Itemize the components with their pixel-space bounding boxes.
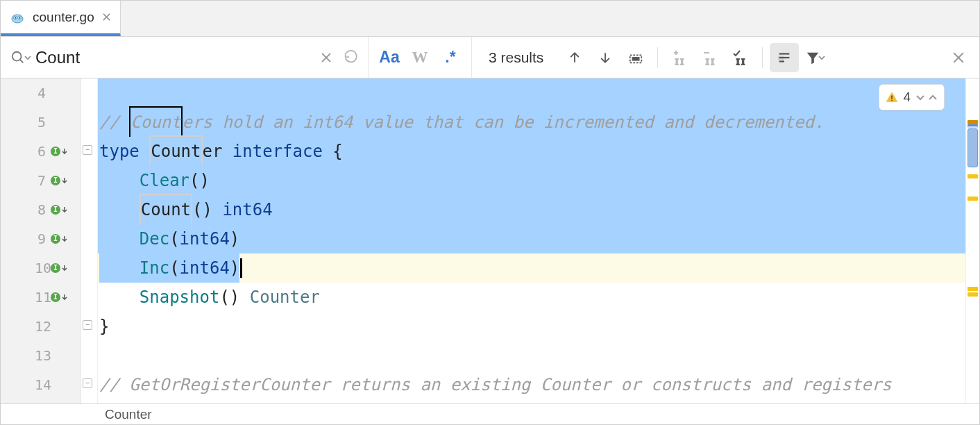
gutter-line[interactable]: 7 I [1,166,81,195]
search-options: Aa W .* [369,37,472,78]
code-text: Clear [140,166,189,195]
implements-icon[interactable]: I [51,263,68,273]
gutter-line[interactable]: 10 I [1,253,81,283]
svg-rect-13 [633,58,639,60]
search-icon[interactable] [10,50,31,65]
close-search-icon[interactable] [943,42,974,73]
results-count: 3 results [472,49,560,66]
gutter-line[interactable]: 9 I [1,224,81,253]
breadcrumb[interactable]: Counter [1,403,979,424]
implements-icon[interactable]: I [51,147,68,156]
editor: 4 5 6 I 7 I 8 I 9 I 10 I 11 I 12 13 14 −… [1,78,979,403]
implements-icon[interactable]: I [51,234,68,244]
chevron-up-icon[interactable] [927,92,938,103]
tab-filename: counter.go [33,10,94,25]
svg-point-3 [15,17,16,18]
caret [240,258,242,278]
svg-text:I I: I I [706,56,714,66]
next-match-icon[interactable] [591,43,620,72]
gutter-line[interactable]: 6 I [1,137,81,166]
divider [657,47,658,68]
breadcrumb-item[interactable]: Counter [105,407,152,422]
divider [762,47,763,68]
code-text: int64 [212,195,273,224]
select-all-occurrences-icon[interactable] [621,43,650,72]
code-text: type [99,137,140,166]
regex-toggle[interactable]: .* [435,44,466,72]
gutter-line[interactable]: 5 [1,108,81,137]
code-text: ( [169,253,179,283]
implements-icon[interactable]: I [51,292,68,302]
fold-start-icon[interactable]: − [83,378,92,388]
code-text: ) [230,224,239,253]
code-text: int64 [180,253,230,283]
code-text: Dec [140,224,169,253]
code-text: int64 [180,224,230,253]
search-field [1,37,369,78]
history-icon[interactable] [339,45,364,70]
implements-icon[interactable]: I [51,205,68,215]
implements-icon[interactable]: I [51,176,68,185]
svg-point-4 [19,17,20,18]
fold-end-icon[interactable]: − [83,320,92,330]
fold-column: − − − [81,78,98,403]
match-case-toggle[interactable]: Aa [374,44,405,72]
marker-strip[interactable] [965,78,979,403]
svg-line-7 [20,59,24,62]
code-text: Counter [239,283,320,312]
search-match: Count [129,106,182,138]
gutter-line[interactable]: 11 I [1,283,81,312]
code-text: () [192,195,212,224]
chevron-down-icon[interactable] [915,92,926,103]
gutter-line[interactable]: 12 [1,312,81,341]
code-text: () [219,283,239,312]
prev-match-icon[interactable] [560,43,589,72]
clear-search-icon[interactable] [314,45,339,70]
search-match: Count [140,194,192,226]
file-tab[interactable]: counter.go ✕ [1,1,121,36]
gutter-line[interactable]: 14 [1,370,81,399]
svg-rect-27 [892,100,893,101]
go-file-icon [9,9,26,26]
marker[interactable] [968,292,978,297]
code-text: Inc [140,253,169,283]
code-text: // [99,108,129,137]
remove-selection-icon[interactable]: I I [695,43,725,72]
select-all-icon[interactable]: I I [726,43,755,72]
svg-point-6 [12,51,22,60]
code-text: { [323,137,343,166]
code-area[interactable]: // Counters hold an int64 value that can… [98,78,965,403]
search-match: Count [149,135,202,167]
marker[interactable] [968,197,978,201]
close-icon[interactable]: ✕ [101,10,112,25]
tab-bar: counter.go ✕ [1,1,979,37]
code-text: } [99,312,109,341]
fold-start-icon[interactable]: − [83,145,92,155]
gutter-line[interactable]: 13 [1,341,81,370]
code-text: interface [233,137,323,166]
find-in-selection-icon[interactable] [770,43,799,72]
code-text: () [189,166,210,195]
code-text: ( [169,224,179,253]
gutter: 4 5 6 I 7 I 8 I 9 I 10 I 11 I 12 13 14 [1,78,81,403]
filter-icon[interactable] [800,43,829,72]
add-selection-icon[interactable]: I I [665,43,694,72]
svg-text:I I: I I [736,56,745,66]
warning-icon [885,90,899,104]
scroll-thumb[interactable] [968,128,978,167]
gutter-line[interactable]: 8 I [1,195,81,224]
marker[interactable] [968,287,978,291]
search-input[interactable] [31,45,314,70]
search-nav: I I I I I I [560,43,829,72]
svg-rect-23 [778,56,784,60]
code-text: Snapshot [140,283,220,312]
gutter-line[interactable]: 4 [1,78,81,108]
search-bar: Aa W .* 3 results I I I I I I [1,37,979,78]
marker[interactable] [968,174,978,178]
code-text: ) [230,253,239,283]
words-toggle[interactable]: W [405,44,435,72]
svg-text:I I: I I [675,56,684,66]
code-text: ers hold an int64 value that can be incr… [183,108,825,137]
svg-rect-26 [892,96,893,99]
warnings-indicator[interactable]: 4 [879,84,945,110]
